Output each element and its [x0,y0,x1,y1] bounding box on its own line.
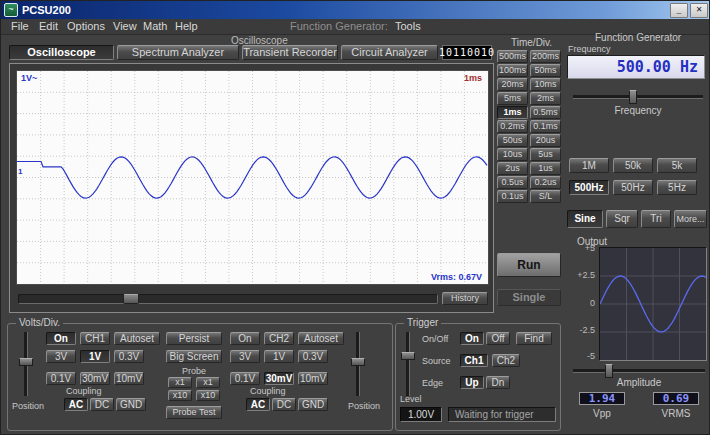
timediv-0p5ms[interactable]: 0.5ms [530,106,561,119]
range-50hz-button[interactable]: 50Hz [613,180,653,195]
amplitude-slider-handle[interactable] [605,364,613,378]
ch2-range-3v[interactable]: 3V [230,350,260,363]
timediv-20ms[interactable]: 20ms [497,78,528,91]
timediv-5ms[interactable]: 5ms [497,92,528,105]
timediv-200ms[interactable]: 200ms [530,50,561,63]
timediv-2ms[interactable]: 2ms [530,92,561,105]
single-button[interactable]: Single [497,289,561,306]
ch1-autoset-button[interactable]: Autoset [114,332,160,345]
ch1-range-0p1v[interactable]: 0.1V [46,372,76,385]
ch2-autoset-button[interactable]: Autoset [298,332,344,345]
range-1m-button[interactable]: 1M [569,158,609,173]
trigger-level-slider[interactable] [406,332,410,396]
menu-math[interactable]: Math [141,20,169,32]
close-icon[interactable]: ✕ [690,3,708,18]
range-5k-button[interactable]: 5k [657,158,697,173]
waveform-more-button[interactable]: More... [674,210,707,228]
ch2-coupling-dc[interactable]: DC [272,398,296,411]
ch2-label-button[interactable]: CH2 [264,332,294,345]
ch2-range-0p1v[interactable]: 0.1V [230,372,260,385]
ch1-range-1v[interactable]: 1V [80,350,110,363]
ch1-probe-x10-button[interactable]: x10 [168,390,192,401]
trigger-find-button[interactable]: Find [516,332,552,345]
timediv-5us[interactable]: 5us [530,148,561,161]
trigger-source-ch2[interactable]: Ch2 [492,354,520,367]
ch2-range-0p3v[interactable]: 0.3V [298,350,328,363]
timediv-50us[interactable]: 50us [497,134,528,147]
timediv-2us[interactable]: 2us [497,162,528,175]
probe-test-button[interactable]: Probe Test [166,406,222,419]
ch2-probe-x10-button[interactable]: x10 [196,390,220,401]
frequency-slider-handle[interactable] [629,90,637,104]
tab-transient-recorder[interactable]: Transient Recorder [242,45,338,60]
timediv-20us[interactable]: 20us [530,134,561,147]
ch2-range-10mv[interactable]: 10mV [298,372,328,385]
ch1-position-slider[interactable] [24,332,28,396]
timediv-0p2ms[interactable]: 0.2ms [497,120,528,133]
ch1-range-0p3v[interactable]: 0.3V [114,350,144,363]
scope-scrollbar-handle[interactable] [123,294,139,304]
ch1-coupling-ac[interactable]: AC [64,398,88,411]
range-500hz-button[interactable]: 500Hz [569,180,609,195]
amplitude-slider[interactable] [573,369,705,373]
history-button[interactable]: History [442,292,488,305]
tab-spectrum-analyzer[interactable]: Spectrum Analyzer [117,45,239,60]
ch1-label-button[interactable]: CH1 [80,332,110,345]
waveform-square-button[interactable]: Sqr [606,210,638,228]
timediv-100ms[interactable]: 100ms [497,64,528,77]
ch2-position-handle[interactable] [351,358,365,366]
frequency-slider[interactable] [573,95,703,99]
trigger-off-button[interactable]: Off [486,332,510,345]
menu-tools[interactable]: Tools [393,20,423,32]
ch1-on-button[interactable]: On [46,332,76,345]
ch1-coupling-gnd[interactable]: GND [116,398,146,411]
ch2-on-button[interactable]: On [230,332,260,345]
persist-button[interactable]: Persist [166,332,222,345]
menu-help[interactable]: Help [173,20,200,32]
big-screen-button[interactable]: Big Screen [166,350,222,363]
menu-view[interactable]: View [111,20,139,32]
ch2-position-slider[interactable] [356,332,360,396]
timediv-50ms[interactable]: 50ms [530,64,561,77]
range-5hz-button[interactable]: 5Hz [657,180,697,195]
timediv-0p1ms[interactable]: 0.1ms [530,120,561,133]
ch1-range-3v[interactable]: 3V [46,350,76,363]
ch1-range-10mv[interactable]: 10mV [114,372,144,385]
timediv-10us[interactable]: 10us [497,148,528,161]
timediv-0p5us[interactable]: 0.5us [497,176,528,189]
tab-circuit-analyzer[interactable]: Circuit Analyzer [341,45,438,60]
ch1-position-label: Position [12,401,44,411]
range-50k-button[interactable]: 50k [613,158,653,173]
tab-oscilloscope[interactable]: Oscilloscope [9,45,114,60]
timediv-500ms[interactable]: 500ms [497,50,528,63]
timediv-10ms[interactable]: 10ms [530,78,561,91]
minimize-icon[interactable]: _ [670,3,688,18]
trigger-source-ch1[interactable]: Ch1 [460,354,488,367]
timediv-1us[interactable]: 1us [530,162,561,175]
channel1-position-marker[interactable]: 1 [18,167,22,176]
timediv-sl[interactable]: S/L [530,190,561,203]
ch2-range-30mv[interactable]: 30mV [264,372,294,385]
run-button[interactable]: Run [497,253,561,277]
trigger-edge-up[interactable]: Up [460,376,484,389]
menu-file[interactable]: File [9,20,31,32]
scope-scrollbar[interactable] [18,294,438,304]
ch1-probe-x1-button[interactable]: x1 [168,377,192,388]
timediv-1ms[interactable]: 1ms [497,106,528,119]
ch2-probe-x1-button[interactable]: x1 [196,377,220,388]
waveform-triangle-button[interactable]: Tri [641,210,671,228]
ch1-range-30mv[interactable]: 30mV [80,372,110,385]
trigger-level-handle[interactable] [401,352,415,360]
timediv-0p1us[interactable]: 0.1us [497,190,528,203]
waveform-sine-button[interactable]: Sine [567,210,603,228]
ch2-coupling-ac[interactable]: AC [246,398,270,411]
trigger-edge-dn[interactable]: Dn [486,376,510,389]
menu-options[interactable]: Options [65,20,107,32]
trigger-on-button[interactable]: On [460,332,484,345]
ch2-coupling-gnd[interactable]: GND [298,398,328,411]
timediv-0p2us[interactable]: 0.2us [530,176,561,189]
ch2-range-1v[interactable]: 1V [264,350,294,363]
menu-edit[interactable]: Edit [37,20,60,32]
ch1-position-handle[interactable] [19,358,33,366]
ch1-coupling-dc[interactable]: DC [90,398,114,411]
